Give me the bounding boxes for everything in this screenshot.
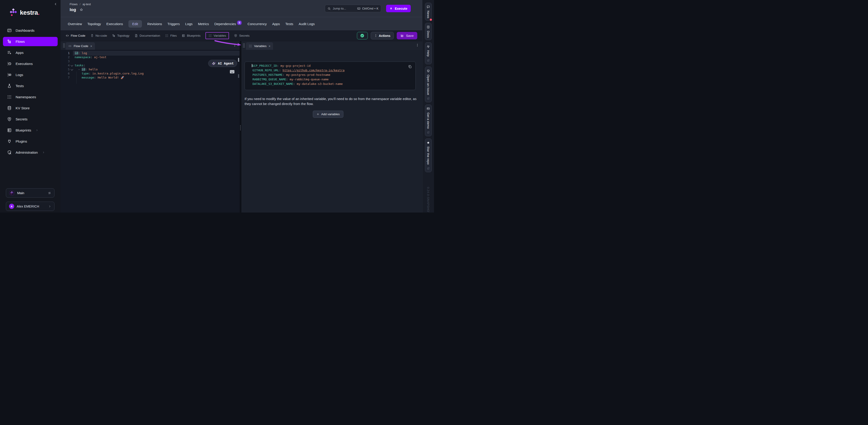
tab-executions[interactable]: Executions [106, 22, 123, 26]
fold-chevron-icon[interactable] [70, 64, 73, 66]
sidebar-item-label: Administration [16, 150, 38, 154]
tab-triggers[interactable]: Triggers [167, 22, 180, 26]
rail-button-open-an-issue[interactable]: Open an Issue [425, 66, 432, 103]
tab-edit[interactable]: Edit [128, 20, 142, 28]
tab-label: Triggers [167, 22, 180, 26]
drag-handle[interactable] [243, 43, 245, 48]
external-link-icon [427, 59, 430, 62]
executions-icon [7, 61, 12, 66]
rail-button-help[interactable]: Help [425, 42, 432, 64]
scrollbar-thumb[interactable] [238, 58, 239, 62]
breadcrumb-section[interactable]: Flows [70, 2, 78, 6]
validation-status-button[interactable] [357, 32, 368, 39]
tab-apps[interactable]: Apps [272, 22, 280, 26]
actions-button[interactable]: Actions [371, 32, 394, 39]
copy-icon[interactable] [408, 65, 412, 68]
sidebar-item-kv-store[interactable]: KV Store [0, 103, 61, 114]
secrets-icon [7, 117, 12, 121]
add-variables-button[interactable]: Add variables [313, 111, 343, 118]
toolbar-item-label: Documentation [140, 34, 160, 37]
breadcrumb-separator: / [80, 2, 81, 6]
sidebar-item-label: KV Store [16, 106, 30, 110]
ai-agent-button[interactable]: AI Agent [208, 60, 237, 67]
topology-icon [112, 34, 116, 37]
sidebar-collapse-icon[interactable] [54, 2, 57, 6]
toolbar-item-topology[interactable]: Topology [112, 34, 129, 37]
variables-icon [249, 45, 252, 48]
keyboard-icon [357, 7, 361, 10]
tab-metrics[interactable]: Metrics [198, 22, 209, 26]
tab-label: Topology [88, 22, 101, 26]
breadcrumb-page[interactable]: aj-test [83, 2, 91, 6]
pane-splitter[interactable] [240, 41, 241, 213]
rail-button-docs[interactable]: Docs [425, 23, 432, 40]
code-icon [68, 45, 72, 48]
sidebar-item-plugins[interactable]: Plugins [0, 136, 61, 147]
variables-tabbar: Variables × [241, 41, 422, 50]
sidebar-item-flows[interactable]: Flows [3, 37, 58, 46]
user-avatar: A [9, 204, 14, 209]
close-icon[interactable]: × [90, 45, 92, 48]
toolbar-item-no-code[interactable]: No-code [90, 34, 107, 37]
variable-line: GITHUB_REPO_URL: https://github.com/kest… [252, 68, 405, 73]
rail-button-news[interactable]: News [425, 3, 432, 21]
sidebar-item-administration[interactable]: Administration [0, 147, 61, 158]
kebab-icon[interactable] [233, 44, 237, 47]
save-button[interactable]: Save [397, 32, 417, 39]
tests-icon [7, 84, 12, 88]
tab-logs[interactable]: Logs [185, 22, 193, 26]
sidebar-item-tests[interactable]: Tests [0, 80, 61, 91]
splitter-handle[interactable] [240, 125, 241, 130]
sidebar-item-executions[interactable]: Executions [0, 58, 61, 69]
line-content: namespace: aj-test [74, 55, 106, 59]
tab-revisions[interactable]: Revisions [147, 22, 162, 26]
tenant-switch-icon[interactable] [48, 191, 51, 195]
yaml-editor[interactable]: 1id: log2namespace: aj-test34tasks:5 - i… [61, 50, 240, 213]
sidebar-item-namespaces[interactable]: Namespaces [0, 91, 61, 103]
sidebar-item-label: Tests [16, 84, 24, 88]
tab-label: Dependencies [214, 22, 236, 26]
toolbar-item-files[interactable]: Files [165, 34, 177, 37]
tab-audit-logs[interactable]: Audit Logs [299, 22, 315, 26]
sidebar-item-blueprints[interactable]: Blueprints [0, 125, 61, 136]
tab-tests[interactable]: Tests [285, 22, 293, 26]
toolbar-item-variables[interactable]: Variables [206, 32, 229, 39]
tab-dependencies[interactable]: Dependencies0 [214, 22, 242, 26]
drag-handle[interactable] [63, 43, 65, 48]
tab-label: Concurrency [248, 22, 267, 26]
sidebar-item-dashboards[interactable]: Dashboards [0, 25, 61, 36]
tenant-label: Main [17, 191, 24, 195]
toolbar-item-documentation[interactable]: Documentation [134, 34, 160, 37]
jump-to-search[interactable]: Jump to... Ctrl/Cmd + K [325, 5, 381, 12]
page-header: Flows / aj-test log Jump to... Ctrl/Cmd … [61, 0, 422, 17]
external-link-icon [427, 131, 430, 134]
kebab-icon[interactable] [416, 44, 419, 47]
tab-concurrency[interactable]: Concurrency [248, 22, 267, 26]
sidebar-item-logs[interactable]: Logs [0, 69, 61, 80]
tab-topology[interactable]: Topology [88, 22, 101, 26]
tab-variables[interactable]: Variables × [246, 42, 273, 50]
rail-button-get-a-demo[interactable]: Get a demo [425, 105, 432, 136]
tab-overview[interactable]: Overview [68, 22, 82, 26]
user-menu[interactable]: A Alex EMERICH [6, 202, 55, 211]
close-icon[interactable]: × [269, 45, 270, 48]
toolbar-item-flow-code[interactable]: Flow Code [66, 34, 86, 37]
tenant-selector[interactable]: Main [6, 188, 55, 198]
toolbar-item-blueprints[interactable]: Blueprints [182, 34, 200, 37]
variable-link[interactable]: https://github.com/kestra-io/kestra [283, 68, 344, 72]
sidebar-item-apps[interactable]: Apps [0, 47, 61, 58]
tab-label: Executions [106, 22, 123, 26]
sidebar-item-secrets[interactable]: Secrets [0, 114, 61, 125]
line-content: tasks: [74, 63, 85, 67]
favorite-star-icon[interactable] [80, 8, 83, 11]
fold-chevron-icon[interactable] [70, 68, 73, 70]
toolbar-item-secrets[interactable]: Secrets [234, 34, 250, 37]
flow-tabs: OverviewTopologyExecutionsEditRevisionsT… [61, 17, 422, 30]
sidebar-item-label: Flows [16, 39, 25, 44]
execute-button[interactable]: Execute [386, 5, 411, 12]
flow-code-pane: Flow Code × 1id: log2namespace: aj-test3… [61, 41, 240, 213]
tab-flow-code[interactable]: Flow Code × [66, 42, 95, 50]
keyboard-hint-icon[interactable] [230, 70, 235, 74]
variables-code-editor[interactable]: GCP_PROJECT_ID: my-gcp-project-idGITHUB_… [245, 61, 416, 90]
rail-button-star-the-repo[interactable]: Star the repo [425, 139, 432, 172]
